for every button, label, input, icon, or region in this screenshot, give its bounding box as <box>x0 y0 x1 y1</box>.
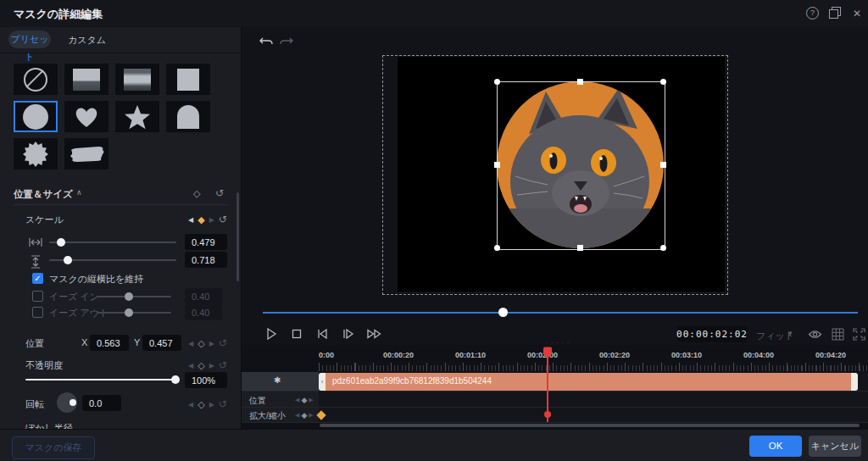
restore-button[interactable] <box>829 7 843 20</box>
panel-scrollbar[interactable] <box>236 192 239 281</box>
ease-in-slider-thumb[interactable] <box>125 292 133 301</box>
tab-custom[interactable]: カスタム <box>68 34 106 47</box>
ease-out-slider-thumb[interactable] <box>125 308 133 317</box>
ease-in-checkbox[interactable] <box>32 291 43 302</box>
scale-width-slider[interactable] <box>49 242 176 243</box>
scale-undo-icon[interactable]: ↺ <box>219 214 227 225</box>
keyframe-next-icon[interactable]: ▶ <box>209 362 214 369</box>
handle-bottom-left[interactable] <box>494 245 500 251</box>
keyframe-prev-icon[interactable]: ◀ <box>295 397 299 403</box>
scale-width-value[interactable]: 0.479 <box>185 234 227 250</box>
opacity-slider[interactable] <box>25 379 178 380</box>
close-button[interactable]: ✕ <box>850 7 864 20</box>
ease-out-slider[interactable] <box>97 312 171 314</box>
keyframe-active-icon[interactable]: ◆ <box>198 214 204 225</box>
preset-star[interactable] <box>115 101 159 132</box>
keyframe-prev-icon[interactable]: ◀ <box>188 340 193 347</box>
scale-height-slider[interactable] <box>49 259 176 261</box>
scale-height-slider-thumb[interactable] <box>64 256 72 264</box>
opacity-slider-thumb[interactable] <box>171 375 180 384</box>
opacity-value[interactable]: 100% <box>185 372 227 388</box>
preset-circle-selected[interactable] <box>14 101 58 132</box>
collapse-icon[interactable]: ∧ <box>76 188 82 197</box>
preset-none[interactable] <box>14 64 58 95</box>
keyframe-prev-icon[interactable]: ◀ <box>295 412 299 419</box>
ease-out-value[interactable]: 0.40 <box>185 304 222 320</box>
ease-out-checkbox[interactable] <box>32 307 43 318</box>
clip-track-header[interactable]: ✱ <box>242 372 319 392</box>
keyframe-icon[interactable]: ◇ <box>198 399 204 410</box>
scale-height-value[interactable]: 0.718 <box>185 252 227 268</box>
playhead-marker[interactable] <box>542 347 553 359</box>
timeline-scrollbar[interactable] <box>320 424 860 427</box>
keyframe-icon[interactable]: ◆ <box>301 411 307 419</box>
cancel-button[interactable]: キャンセル <box>809 436 861 457</box>
handle-top-right[interactable] <box>660 79 666 85</box>
redo-icon[interactable] <box>279 36 293 47</box>
ease-in-value[interactable]: 0.40 <box>185 288 222 304</box>
preset-half-split[interactable] <box>64 64 108 95</box>
ease-in-slider[interactable] <box>97 296 171 297</box>
preset-square[interactable] <box>166 64 210 95</box>
keyframe-prev-icon[interactable]: ◀ <box>188 362 193 369</box>
help-button[interactable]: ? <box>806 7 820 20</box>
position-undo-icon[interactable]: ↺ <box>219 337 227 349</box>
keyframe-next-icon[interactable]: ▶ <box>209 340 214 347</box>
next-frame-button[interactable] <box>340 326 355 342</box>
timeline-clip[interactable]: pdz601eab2a99f9cb76812f839d1b504244 ‹ <box>319 373 858 391</box>
handle-mid-right[interactable] <box>660 162 666 168</box>
scale-track-header[interactable]: 拡大/縮小 ◀ ◆ ▶ <box>242 408 319 423</box>
keyframe-icon[interactable]: ◇ <box>198 338 204 349</box>
handle-mid-left[interactable] <box>494 162 500 168</box>
clip-left-trim-handle[interactable]: ‹ <box>319 373 326 391</box>
seek-bar-thumb[interactable] <box>498 308 508 317</box>
opacity-undo-icon[interactable]: ↺ <box>219 359 227 371</box>
preset-brush[interactable] <box>64 138 108 169</box>
position-track-header[interactable]: 位置 ◀ ◆ ▶ <box>242 392 319 408</box>
save-mask-button[interactable]: マスクの保存 <box>12 436 95 459</box>
eye-icon[interactable] <box>808 329 822 340</box>
previous-frame-button[interactable] <box>314 326 330 342</box>
handle-bottom-center[interactable] <box>577 245 583 251</box>
clip-right-trim-handle[interactable] <box>851 373 858 391</box>
position-x-value[interactable]: 0.563 <box>90 335 129 351</box>
keyframe-prev-icon[interactable]: ◀ <box>188 216 193 224</box>
handle-top-center[interactable] <box>577 79 583 85</box>
keyframe-icon[interactable]: ◇ <box>198 360 204 371</box>
tab-preset[interactable]: プリセット <box>8 31 51 48</box>
chevron-down-icon[interactable]: ▾ <box>788 329 793 337</box>
keyframe-prev-icon[interactable]: ◀ <box>188 401 193 408</box>
fast-forward-button[interactable] <box>365 326 384 342</box>
timecode-display[interactable]: 00:00:02:02 <box>677 326 747 342</box>
section-undo-icon[interactable]: ↺ <box>215 187 224 199</box>
keep-aspect-checkbox[interactable]: ✓ <box>32 273 43 284</box>
handle-top-left[interactable] <box>494 79 500 85</box>
preset-arch[interactable] <box>166 101 210 132</box>
stop-button[interactable] <box>289 326 304 342</box>
ok-button[interactable]: OK <box>749 436 802 457</box>
keyframe-next-icon[interactable]: ▶ <box>209 401 214 408</box>
play-button[interactable] <box>264 326 279 342</box>
rotation-dial-knob[interactable] <box>70 399 76 406</box>
rotation-value[interactable]: 0.0 <box>82 395 121 411</box>
rotation-undo-icon[interactable]: ↺ <box>219 398 227 410</box>
clip-body[interactable]: pdz601eab2a99f9cb76812f839d1b504244 <box>326 373 851 391</box>
keyframe-next-icon[interactable]: ▶ <box>209 216 214 224</box>
scale-width-slider-thumb[interactable] <box>57 238 65 247</box>
preset-burst[interactable] <box>14 138 58 169</box>
timeline-ruler[interactable]: 0:00 00:00:20 00:01:10 00:02:00 00:02:20… <box>319 347 868 371</box>
keyframe-next-icon[interactable]: ▶ <box>309 397 313 403</box>
preset-heart[interactable] <box>64 101 108 132</box>
timeline-resize-gripper[interactable]: · · · · · <box>546 340 570 346</box>
fullscreen-icon[interactable] <box>853 328 865 341</box>
handle-bottom-right[interactable] <box>660 245 666 251</box>
section-keyframe-icon[interactable]: ◇ <box>193 188 200 199</box>
seek-bar[interactable] <box>263 312 858 314</box>
position-y-value[interactable]: 0.457 <box>142 335 181 351</box>
rotation-dial[interactable] <box>57 392 77 413</box>
grid-icon[interactable] <box>832 328 844 341</box>
keyframe-icon[interactable]: ◆ <box>301 396 307 404</box>
keyframe-next-icon[interactable]: ▶ <box>309 412 313 419</box>
mask-selection-box[interactable] <box>497 81 665 250</box>
preset-band[interactable] <box>115 64 159 95</box>
